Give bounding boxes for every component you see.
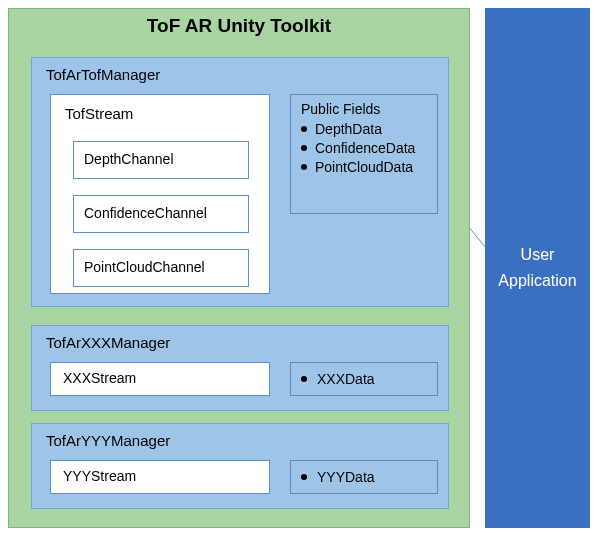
public-fields-box: Public Fields DepthData ConfidenceData P… <box>290 94 438 214</box>
user-app-line2: Application <box>498 268 576 294</box>
xxx-data-label: XXXData <box>317 371 375 387</box>
public-field-depth: DepthData <box>301 121 427 137</box>
manager-xxx-label: TofArXXXManager <box>46 334 170 351</box>
xxx-data-box: XXXData <box>290 362 438 396</box>
manager-xxx: TofArXXXManager XXXStream XXXData <box>31 325 449 411</box>
public-fields-title: Public Fields <box>301 101 427 117</box>
tof-stream-label: TofStream <box>65 105 133 122</box>
xxx-stream-box: XXXStream <box>50 362 270 396</box>
public-field-label: DepthData <box>315 121 382 137</box>
public-field-pointcloud: PointCloudData <box>301 159 427 175</box>
tof-stream-box: TofStream DepthChannel ConfidenceChannel… <box>50 94 270 294</box>
bullet-icon <box>301 164 307 170</box>
toolkit-container: ToF AR Unity Toolkit TofArTofManager Tof… <box>8 8 470 528</box>
bullet-icon <box>301 376 307 382</box>
manager-yyy-label: TofArYYYManager <box>46 432 170 449</box>
yyy-data-box: YYYData <box>290 460 438 494</box>
yyy-data-label: YYYData <box>317 469 375 485</box>
confidence-channel: ConfidenceChannel <box>73 195 249 233</box>
manager-tof: TofArTofManager TofStream DepthChannel C… <box>31 57 449 307</box>
bullet-icon <box>301 126 307 132</box>
public-field-label: ConfidenceData <box>315 140 415 156</box>
bullet-icon <box>301 145 307 151</box>
bullet-icon <box>301 474 307 480</box>
diagram-canvas: ToF AR Unity Toolkit TofArTofManager Tof… <box>0 0 598 533</box>
user-application-box: User Application <box>485 8 590 528</box>
public-field-confidence: ConfidenceData <box>301 140 427 156</box>
public-field-label: PointCloudData <box>315 159 413 175</box>
manager-yyy: TofArYYYManager YYYStream YYYData <box>31 423 449 509</box>
user-app-line1: User <box>521 242 555 268</box>
manager-tof-label: TofArTofManager <box>46 66 160 83</box>
depth-channel: DepthChannel <box>73 141 249 179</box>
yyy-stream-box: YYYStream <box>50 460 270 494</box>
toolkit-title: ToF AR Unity Toolkit <box>9 15 469 37</box>
pointcloud-channel: PointCloudChannel <box>73 249 249 287</box>
